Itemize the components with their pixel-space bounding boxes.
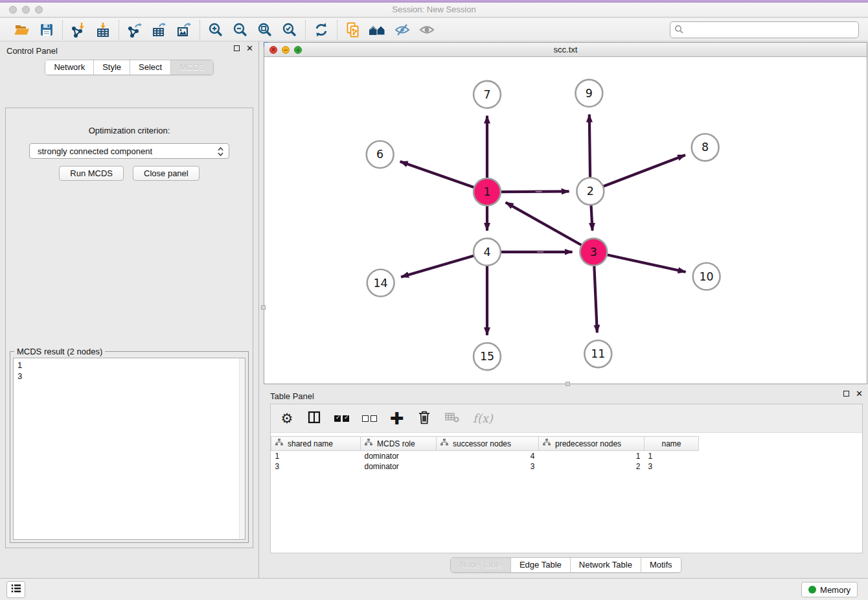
float-panel-icon[interactable] [234, 45, 240, 51]
export-table-button[interactable] [150, 20, 169, 40]
column-header-mcds-role[interactable]: MCDS role [361, 437, 437, 451]
cell-successor-nodes[interactable]: 3 [437, 461, 539, 472]
table-row[interactable]: 1dominator411 [271, 451, 699, 461]
criterion-value: strongly connected component [38, 146, 152, 156]
column-header-predecessor-nodes[interactable]: predecessor nodes [539, 437, 645, 451]
task-history-button[interactable] [6, 581, 25, 598]
apply-layout-button[interactable] [312, 20, 331, 40]
tab-network[interactable]: Network [45, 60, 93, 75]
delete-table-button[interactable] [444, 410, 460, 427]
titlebar-accent [0, 0, 868, 3]
edge-1-6[interactable] [400, 161, 475, 188]
tab-motifs[interactable]: Motifs [641, 558, 681, 572]
edge-3-10[interactable] [606, 255, 686, 272]
tab-edge-table[interactable]: Edge Table [510, 558, 570, 572]
svg-text:9: 9 [586, 87, 593, 100]
zoom-fit-button[interactable] [255, 20, 275, 40]
close-panel-icon[interactable]: ✕ [246, 45, 253, 51]
cell-name[interactable]: 3 [645, 461, 699, 472]
edge-2-9[interactable] [589, 115, 590, 179]
svg-text:11: 11 [591, 347, 605, 360]
column-header-shared-name[interactable]: shared name [271, 437, 361, 451]
column-header-successor-nodes[interactable]: successor nodes [437, 437, 539, 451]
graph-node-14[interactable]: 14 [367, 270, 394, 297]
mcds-result-area[interactable]: 13 [13, 358, 246, 540]
tab-network-table[interactable]: Network Table [570, 558, 641, 572]
edge-2-8[interactable] [602, 155, 685, 187]
edge-3-1[interactable] [506, 202, 583, 246]
close-table-panel-icon[interactable]: ✕ [856, 391, 863, 397]
graph-node-3[interactable]: 3 [580, 238, 607, 266]
graph-node-9[interactable]: 9 [575, 80, 602, 107]
apply-function-button[interactable]: f(x) [473, 410, 493, 427]
graph-node-1[interactable]: 1 [474, 178, 501, 205]
graph-node-11[interactable]: 11 [584, 340, 611, 367]
import-network-button[interactable] [69, 20, 88, 40]
eye-slash-icon [394, 22, 411, 38]
close-panel-button[interactable]: Close panel [133, 166, 200, 181]
gear-icon: ⚙ [281, 411, 293, 426]
splitter-grip[interactable] [261, 305, 266, 310]
memory-label: Memory [820, 585, 851, 595]
copy-network-button[interactable] [343, 20, 363, 40]
cell-predecessor-nodes[interactable]: 1 [539, 451, 645, 461]
hide-panel-button[interactable] [393, 20, 412, 40]
zoom-selected-icon [282, 22, 297, 38]
cell-shared-name[interactable]: 3 [271, 461, 361, 472]
cell-mcds-role[interactable]: dominator [361, 461, 437, 472]
tab-style[interactable]: Style [93, 60, 130, 75]
table-settings-button[interactable]: ⚙ [280, 410, 294, 427]
plus-icon: ✚ [390, 411, 404, 426]
float-table-panel-icon[interactable] [843, 391, 849, 397]
network-home-button[interactable] [368, 20, 387, 40]
graph-node-6[interactable]: 6 [367, 141, 394, 168]
zoom-in-button[interactable] [206, 20, 225, 40]
edge-3-11[interactable] [594, 264, 597, 333]
cell-shared-name[interactable]: 1 [271, 451, 361, 461]
import-table-button[interactable] [93, 20, 113, 40]
deselect-all-button[interactable] [362, 410, 377, 427]
run-mcds-button[interactable]: Run MCDS [59, 166, 124, 181]
result-scrollbar[interactable] [239, 358, 245, 539]
cell-predecessor-nodes[interactable]: 2 [539, 461, 645, 472]
control-panel-title: Control Panel [6, 46, 58, 56]
select-all-button[interactable] [334, 410, 349, 427]
edge-2-3[interactable] [591, 203, 592, 231]
criterion-select[interactable]: strongly connected component [29, 143, 229, 159]
add-column-button[interactable]: ✚ [390, 410, 404, 427]
graph-node-4[interactable]: 4 [474, 238, 501, 266]
search-input[interactable] [670, 21, 859, 38]
cell-successor-nodes[interactable]: 4 [437, 451, 539, 461]
cell-mcds-role[interactable]: dominator [361, 451, 437, 461]
network-graph: 7968124314101511 [264, 57, 867, 384]
table-row[interactable]: 3dominator323 [271, 461, 699, 472]
zoom-selected-button[interactable] [280, 20, 299, 40]
tab-mcds[interactable]: MCDS [170, 60, 212, 75]
memory-button[interactable]: Memory [801, 582, 858, 597]
network-canvas[interactable]: 7968124314101511 [264, 57, 867, 384]
column-header-name[interactable]: name [645, 437, 699, 451]
graph-node-10[interactable]: 10 [693, 263, 720, 290]
import-network-icon [71, 22, 86, 38]
export-network-button[interactable] [125, 20, 144, 40]
open-file-button[interactable] [12, 20, 32, 40]
canvas-resize-grip[interactable] [565, 382, 570, 386]
svg-text:6: 6 [376, 148, 383, 161]
tab-select[interactable]: Select [130, 60, 170, 75]
zoom-out-button[interactable] [231, 20, 250, 40]
save-session-button[interactable] [37, 20, 56, 40]
control-panel: Control Panel ✕ NetworkStyleSelectMCDS O… [0, 41, 259, 578]
tab-node-table[interactable]: Node Table [451, 558, 510, 572]
split-panel-button[interactable] [307, 410, 321, 427]
edge-4-14[interactable] [401, 255, 475, 277]
graph-node-15[interactable]: 15 [474, 343, 501, 370]
show-panel-button[interactable] [417, 20, 437, 40]
delete-column-button[interactable] [417, 410, 431, 427]
graph-node-8[interactable]: 8 [692, 134, 719, 161]
export-image-button[interactable] [174, 20, 194, 40]
zoom-in-icon [208, 22, 223, 38]
edge-1-2[interactable] [499, 191, 569, 192]
graph-node-7[interactable]: 7 [474, 81, 501, 108]
cell-name[interactable]: 1 [645, 451, 699, 461]
graph-node-2[interactable]: 2 [577, 178, 604, 205]
